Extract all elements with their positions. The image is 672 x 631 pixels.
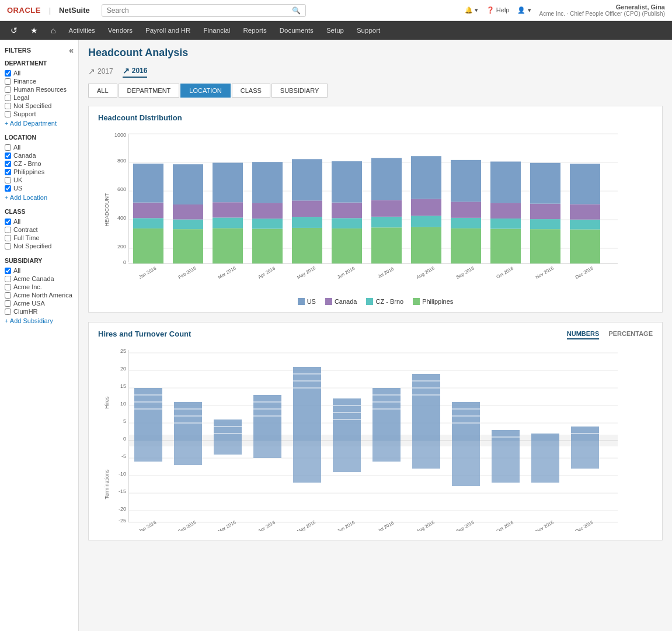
filter-tabs: ALL DEPARTMENT LOCATION CLASS SUBSIDIARY [88,84,663,98]
svg-text:-25: -25 [119,518,126,523]
nav-documents[interactable]: Documents [274,21,319,40]
hires-chart-svg: Hires Terminations 25 20 15 10 [98,344,624,531]
year-tab-2017[interactable]: ↗ 2017 [88,67,113,77]
user-icon[interactable]: 👤 ▾ [517,6,531,14]
svg-rect-45 [371,217,402,227]
svg-rect-21 [173,204,203,220]
nav-activities[interactable]: Activities [62,21,100,40]
tab-all[interactable]: ALL [88,84,117,98]
svg-rect-127 [293,441,321,483]
loc-philippines[interactable]: Philippines [5,168,74,176]
nav-payroll-hr[interactable]: Payroll and HR [140,21,196,40]
legend-philippines-dot [413,298,420,305]
svg-rect-41 [332,203,362,219]
nav-vendors[interactable]: Vendors [102,21,138,40]
search-bar[interactable]: 🔍 [102,4,306,17]
add-location-link[interactable]: + Add Location [5,194,74,201]
nav-financial[interactable]: Financial [197,21,236,40]
headcount-chart-container: HEADCOUNT 1000 800 600 400 200 0 Jan 201… [98,128,653,293]
dept-support[interactable]: Support [5,110,74,118]
svg-text:Dec 2016: Dec 2016 [574,519,595,531]
sub-tab-numbers[interactable]: NUMBERS [567,330,600,339]
add-department-link[interactable]: + Add Department [5,120,74,127]
class-fulltime[interactable]: Full Time [5,234,74,242]
class-all[interactable]: All [5,217,74,226]
svg-rect-141 [412,374,440,441]
dept-finance[interactable]: Finance [5,77,74,85]
loc-czbrno[interactable]: CZ - Brno [5,160,74,168]
svg-rect-29 [252,229,283,264]
sub-all[interactable]: All [5,266,74,275]
sub-acme-usa[interactable]: Acme USA [5,299,74,307]
svg-rect-25 [213,217,243,228]
svg-text:Nov 2016: Nov 2016 [535,519,555,531]
svg-rect-158 [531,441,559,483]
loc-us[interactable]: US [5,184,74,192]
dept-notspecified[interactable]: Not Specified [5,102,74,110]
class-filter: CLASS All Contract Full Time Not Specifi… [5,208,74,250]
svg-text:0: 0 [123,259,126,265]
nav-bar: ↺ ★ ⌂ Activities Vendors Payroll and HR … [0,21,672,40]
notifications-icon[interactable]: 🔔 ▾ [465,6,478,14]
svg-rect-69 [570,230,600,264]
nav-star-icon[interactable]: ★ [25,21,44,40]
help-link[interactable]: ❓ Help [486,6,510,14]
svg-rect-121 [253,441,281,458]
legend-philippines: Philippines [413,298,453,305]
svg-rect-104 [134,441,162,462]
nav-home-icon[interactable]: ⌂ [45,21,61,40]
sub-acme-na[interactable]: Acme North America [5,291,74,299]
loc-all[interactable]: All [5,143,74,151]
svg-rect-151 [452,441,480,486]
sub-tab-percentage[interactable]: PERCENTAGE [608,330,653,339]
svg-text:25: 25 [120,348,126,354]
nav-setup[interactable]: Setup [321,21,350,40]
svg-rect-135 [372,388,401,441]
search-input[interactable] [107,6,292,15]
legend-us: US [298,298,316,305]
logo-sep: | [49,6,51,15]
sub-ciumhr[interactable]: CiumHR [5,307,74,316]
class-contract[interactable]: Contract [5,226,74,234]
user-role: Acme Inc. · Chief People Officer (CPO) (… [539,11,665,17]
svg-text:20: 20 [120,366,126,372]
nav-support[interactable]: Support [351,21,386,40]
svg-rect-60 [490,219,521,229]
sub-acme-canada[interactable]: Acme Canada [5,275,74,283]
svg-rect-22 [173,164,203,204]
tab-department[interactable]: DEPARTMENT [119,84,180,98]
svg-text:Feb 2016: Feb 2016 [177,519,197,531]
legend-philippines-label: Philippines [422,298,453,305]
svg-text:Apr 2016: Apr 2016 [257,266,276,280]
dept-all[interactable]: All [5,69,74,77]
loc-canada[interactable]: Canada [5,151,74,160]
svg-rect-51 [411,199,441,216]
collapse-icon[interactable]: « [69,46,74,55]
svg-rect-37 [292,159,322,200]
svg-rect-153 [492,430,520,441]
headcount-chart-section: Headcount Distribution HEADCOUNT 1000 80… [88,106,663,313]
svg-text:Mar 2016: Mar 2016 [217,519,237,531]
svg-rect-147 [452,402,480,441]
sub-acme-inc[interactable]: Acme Inc. [5,283,74,291]
class-notspecified[interactable]: Not Specified [5,242,74,250]
year-tab-2016[interactable]: ↗ 2016 [123,66,148,78]
svg-rect-35 [292,217,322,228]
svg-rect-61 [490,203,521,219]
svg-text:Jul 2016: Jul 2016 [377,520,395,531]
loc-uk[interactable]: UK [5,176,74,184]
nav-back-icon[interactable]: ↺ [5,21,23,40]
tab-subsidiary[interactable]: SUBSIDIARY [271,84,328,98]
add-subsidiary-link[interactable]: + Add Subsidiary [5,317,74,324]
tab-class[interactable]: CLASS [232,84,270,98]
hires-chart-container: Hires Terminations 25 20 15 10 [98,344,653,533]
nav-reports[interactable]: Reports [237,21,272,40]
tab-location[interactable]: LOCATION [180,84,230,98]
logo-oracle: ORACLE [7,6,41,15]
svg-rect-57 [451,160,481,202]
dept-legal[interactable]: Legal [5,93,74,102]
filters-label: FILTERS [5,47,31,54]
svg-text:-20: -20 [119,506,126,512]
svg-rect-46 [371,200,402,216]
dept-hr[interactable]: Human Resources [5,85,74,93]
